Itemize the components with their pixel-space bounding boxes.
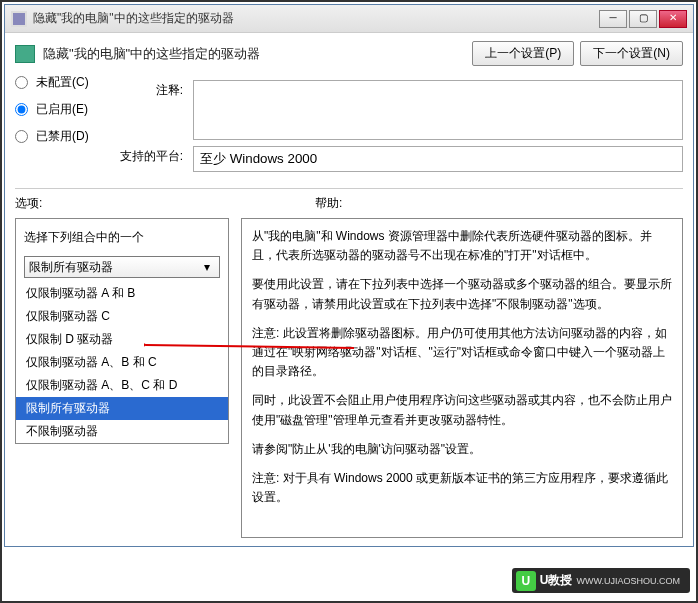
radio-label: 已禁用(D) bbox=[36, 128, 89, 145]
combo-value: 限制所有驱动器 bbox=[29, 259, 113, 276]
combo-option-selected[interactable]: 限制所有驱动器 bbox=[16, 397, 228, 420]
combo-option[interactable]: 仅限制驱动器 C bbox=[16, 305, 228, 328]
help-paragraph: 注意: 此设置将删除驱动器图标。用户仍可使用其他方法访问驱动器的内容，如通过在"… bbox=[252, 324, 672, 382]
help-section-label: 帮助: bbox=[315, 195, 342, 212]
options-section-label: 选项: bbox=[15, 195, 315, 212]
svg-rect-1 bbox=[13, 13, 25, 25]
combo-option[interactable]: 仅限制驱动器 A、B、C 和 D bbox=[16, 374, 228, 397]
radio-not-configured[interactable]: 未配置(C) bbox=[15, 74, 97, 91]
combo-option[interactable]: 仅限制驱动器 A 和 B bbox=[16, 282, 228, 305]
previous-setting-button[interactable]: 上一个设置(P) bbox=[472, 41, 574, 66]
radio-label: 已启用(E) bbox=[36, 101, 88, 118]
combo-option[interactable]: 不限制驱动器 bbox=[16, 420, 228, 443]
help-paragraph: 注意: 对于具有 Windows 2000 或更新版本证书的第三方应用程序，要求… bbox=[252, 469, 672, 507]
app-icon bbox=[11, 11, 27, 27]
watermark-logo-icon: U bbox=[516, 571, 536, 591]
chevron-down-icon: ▾ bbox=[199, 260, 215, 274]
next-setting-button[interactable]: 下一个设置(N) bbox=[580, 41, 683, 66]
setting-heading: 隐藏"我的电脑"中的这些指定的驱动器 bbox=[43, 45, 464, 63]
radio-disabled[interactable]: 已禁用(D) bbox=[15, 128, 97, 145]
titlebar: 隐藏"我的电脑"中的这些指定的驱动器 ─ ▢ ✕ bbox=[5, 5, 693, 33]
drive-restriction-combo[interactable]: 限制所有驱动器 ▾ bbox=[24, 256, 220, 278]
minimize-button[interactable]: ─ bbox=[599, 10, 627, 28]
maximize-button[interactable]: ▢ bbox=[629, 10, 657, 28]
combo-dropdown-list: 仅限制驱动器 A 和 B 仅限制驱动器 C 仅限制 D 驱动器 仅限制驱动器 A… bbox=[16, 282, 228, 443]
watermark: U U教授 WWW.UJIAOSHOU.COM bbox=[512, 568, 690, 593]
supported-field bbox=[193, 146, 683, 172]
window-title: 隐藏"我的电脑"中的这些指定的驱动器 bbox=[33, 10, 599, 27]
options-caption: 选择下列组合中的一个 bbox=[16, 225, 228, 250]
help-pane: 从"我的电脑"和 Windows 资源管理器中删除代表所选硬件驱动器的图标。并且… bbox=[241, 218, 683, 538]
setting-icon bbox=[15, 45, 35, 63]
close-button[interactable]: ✕ bbox=[659, 10, 687, 28]
options-pane: 选择下列组合中的一个 限制所有驱动器 ▾ 仅限制驱动器 A 和 B 仅限制驱动器… bbox=[15, 218, 229, 444]
status-radio-group: 未配置(C) 已启用(E) 已禁用(D) bbox=[15, 74, 97, 145]
help-paragraph: 要使用此设置，请在下拉列表中选择一个驱动器或多个驱动器的组合。要显示所有驱动器，… bbox=[252, 275, 672, 313]
help-paragraph: 请参阅"防止从'我的电脑'访问驱动器"设置。 bbox=[252, 440, 672, 459]
help-paragraph: 同时，此设置不会阻止用户使用程序访问这些驱动器或其内容，也不会防止用户使用"磁盘… bbox=[252, 391, 672, 429]
supported-label: 支持的平台: bbox=[107, 146, 193, 165]
help-paragraph: 从"我的电脑"和 Windows 资源管理器中删除代表所选硬件驱动器的图标。并且… bbox=[252, 227, 672, 265]
combo-option[interactable]: 仅限制 D 驱动器 bbox=[16, 328, 228, 351]
radio-label: 未配置(C) bbox=[36, 74, 89, 91]
watermark-text: U教授 bbox=[540, 572, 573, 589]
comment-label: 注释: bbox=[107, 80, 193, 99]
radio-enabled[interactable]: 已启用(E) bbox=[15, 101, 97, 118]
watermark-url: WWW.UJIAOSHOU.COM bbox=[577, 576, 681, 586]
combo-option[interactable]: 仅限制驱动器 A、B 和 C bbox=[16, 351, 228, 374]
comment-textarea[interactable] bbox=[193, 80, 683, 140]
